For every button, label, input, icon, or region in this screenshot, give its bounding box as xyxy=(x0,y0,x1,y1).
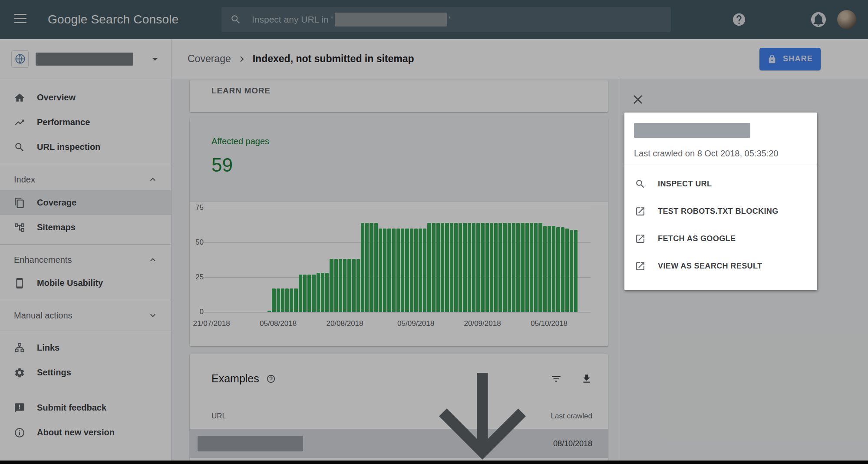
learn-more-button[interactable]: LEARN MORE xyxy=(211,85,271,96)
chart-bar-slot xyxy=(347,208,351,312)
apps-grid-icon[interactable] xyxy=(784,13,796,26)
sidebar-item-label: About new version xyxy=(37,428,115,437)
chart-bar xyxy=(516,223,520,312)
app-logo: Google Search Console xyxy=(48,0,179,39)
chart-bar-slot xyxy=(414,208,418,312)
chart-bar xyxy=(463,223,466,312)
chart-bar-slot xyxy=(512,208,516,312)
chart-bar-slot xyxy=(374,208,378,312)
sidebar-item-performance[interactable]: Performance xyxy=(0,110,171,135)
chart-bar xyxy=(574,230,578,312)
property-selector[interactable] xyxy=(0,39,171,79)
y-axis-tick-label: 50 xyxy=(190,238,204,247)
chevron-right-icon xyxy=(236,53,248,65)
help-outline-icon[interactable] xyxy=(266,374,276,384)
sidebar-section-enhancements[interactable]: Enhancements xyxy=(0,249,171,271)
chart-bar-slot xyxy=(245,208,249,312)
chart-bar xyxy=(379,229,382,312)
chart-bar-slot xyxy=(409,208,414,312)
search-input[interactable]: Inspect any URL in ' ' xyxy=(221,7,671,32)
chart-bar-slot xyxy=(227,208,231,312)
chart-bar-slot xyxy=(432,208,436,312)
chart-bar-slot xyxy=(307,208,311,312)
sidebar-item-mobile-usability[interactable]: Mobile Usability xyxy=(0,271,171,295)
chart-bar-slot xyxy=(214,208,218,312)
sidebar-section-index[interactable]: Index xyxy=(0,169,171,190)
chart-bar-slot xyxy=(485,208,489,312)
sidebar-item-sitemaps[interactable]: Sitemaps xyxy=(0,215,171,240)
menu-icon[interactable] xyxy=(14,14,26,25)
panel-action-inspect-url[interactable]: INSPECT URL xyxy=(624,170,817,198)
sidebar-item-label: Submit feedback xyxy=(37,403,106,413)
lock-icon xyxy=(767,54,777,64)
feedback-icon xyxy=(14,402,25,414)
nav-gap xyxy=(0,385,171,395)
bar-series xyxy=(209,208,578,312)
url-details-header: Last crawled on 8 Oct 2018, 05:35:20 xyxy=(624,113,817,165)
panel-action-test-robots-txt-blocking[interactable]: TEST ROBOTS.TXT BLOCKING xyxy=(624,198,817,225)
close-icon[interactable] xyxy=(630,92,645,107)
chart-bar xyxy=(277,288,280,312)
links-icon xyxy=(14,342,25,354)
chart-bar xyxy=(356,259,360,312)
sidebar-item-overview[interactable]: Overview xyxy=(0,85,171,110)
share-button[interactable]: SHARE xyxy=(759,48,821,70)
chart-bar xyxy=(361,223,364,312)
chart-bar-slot xyxy=(254,208,258,312)
sidebar-item-links[interactable]: Links xyxy=(0,335,171,360)
sidebar-item-about-new-version[interactable]: About new version xyxy=(0,420,171,445)
chart-bar-slot xyxy=(356,208,360,312)
open-in-new-icon xyxy=(635,233,646,244)
chart-bar xyxy=(565,229,569,312)
breadcrumb-coverage-link[interactable]: Coverage xyxy=(188,53,231,65)
chart-bar xyxy=(552,226,555,312)
chart-bar-slot xyxy=(422,208,427,312)
nav-divider xyxy=(0,300,171,300)
chart-bar xyxy=(423,229,426,312)
chart-bar xyxy=(396,229,400,312)
panel-divider xyxy=(619,79,619,461)
url-details-panel: Last crawled on 8 Oct 2018, 05:35:20 INS… xyxy=(624,113,817,290)
app-window: Google Search Console Inspect any URL in… xyxy=(0,0,868,464)
chart-bar-slot xyxy=(334,208,338,312)
chart-bar xyxy=(414,229,418,312)
breadcrumb-bar: Coverage Indexed, not submitted in sitem… xyxy=(172,39,868,79)
chart-bar-slot xyxy=(271,208,276,312)
sidebar-item-url-inspection[interactable]: URL inspection xyxy=(0,135,171,159)
chart-bar xyxy=(365,223,369,312)
chart-bar xyxy=(445,223,449,312)
help-icon[interactable] xyxy=(732,12,746,27)
chart-bar-slot xyxy=(445,208,449,312)
search-icon xyxy=(635,179,646,189)
chart-bar-slot xyxy=(418,208,422,312)
sidebar-section-manual-actions[interactable]: Manual actions xyxy=(0,305,171,326)
chart-bar-slot xyxy=(436,208,440,312)
chart-bar-slot xyxy=(320,208,325,312)
chart-bar xyxy=(312,275,315,312)
chart-bar-slot xyxy=(449,208,454,312)
arrow-drop-down-icon xyxy=(149,53,162,66)
chart-bar-slot xyxy=(472,208,476,312)
chart-bar-slot xyxy=(249,208,254,312)
chart-bar-slot xyxy=(440,208,445,312)
sidebar-item-coverage[interactable]: Coverage xyxy=(0,190,171,215)
chart-bar xyxy=(432,223,436,312)
chart-bar-slot xyxy=(574,208,578,312)
chart-bar xyxy=(561,227,564,312)
chart-bar xyxy=(427,223,431,312)
chart-bar-slot xyxy=(543,208,547,312)
x-axis-tick-label: 20/09/2018 xyxy=(464,319,501,328)
affected-pages-header[interactable]: Affected pages 59 xyxy=(190,118,608,202)
chart-bar xyxy=(548,226,551,312)
avatar[interactable] xyxy=(837,10,856,29)
panel-action-fetch-as-google[interactable]: FETCH AS GOOGLE xyxy=(624,225,817,252)
chart-bar xyxy=(494,223,498,312)
x-axis-tick-label: 20/08/2018 xyxy=(326,319,363,328)
panel-action-view-as-search-result[interactable]: VIEW AS SEARCH RESULT xyxy=(624,252,817,280)
chart-bar-slot xyxy=(258,208,263,312)
sidebar-item-settings[interactable]: Settings xyxy=(0,360,171,385)
section-label: Index xyxy=(14,175,35,185)
sidebar-item-submit-feedback[interactable]: Submit feedback xyxy=(0,395,171,420)
notifications-bell-icon[interactable] xyxy=(811,12,826,27)
nav-divider xyxy=(0,244,171,245)
